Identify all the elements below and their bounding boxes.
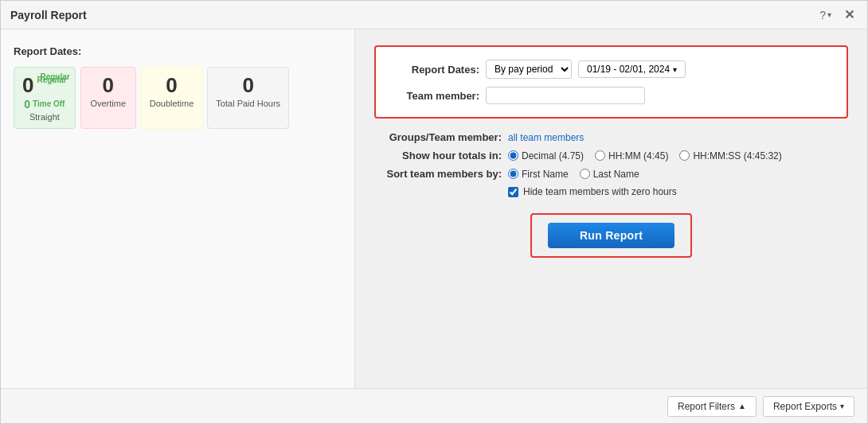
hide-zero-row: Hide team members with zero hours xyxy=(508,186,848,197)
run-report-box: Run Report xyxy=(530,213,692,258)
groups-label: Groups/Team member: xyxy=(374,131,502,143)
hhmm-label: HH:MM (4:45) xyxy=(608,150,668,161)
last-name-label: Last Name xyxy=(593,169,639,180)
hhmm-option[interactable]: HH:MM (4:45) xyxy=(595,150,668,161)
options-section: Groups/Team member: all team members Sho… xyxy=(374,131,848,210)
date-dropdown-icon: ▾ xyxy=(673,65,677,74)
report-exports-label: Report Exports xyxy=(773,401,837,412)
left-panel: Report Dates: Regular 0 Regular 0 Time O… xyxy=(1,29,355,388)
show-hours-row: Show hour totals in: Decimal (4.75) HH:M… xyxy=(374,150,848,161)
title-bar-controls: ? ▾ ✕ xyxy=(816,6,858,24)
date-range-value: 01/19 - 02/01, 2024 xyxy=(587,64,670,75)
stat-card-overtime: 0 Overtime xyxy=(80,67,136,129)
report-dates-heading: Report Dates: xyxy=(14,45,342,57)
decimal-radio[interactable] xyxy=(508,150,518,161)
regular-badge: Regular xyxy=(40,72,69,81)
hhmmss-label: HH:MM:SS (4:45:32) xyxy=(693,150,781,161)
hhmmss-radio[interactable] xyxy=(679,150,690,161)
total-paid-label: Total Paid Hours xyxy=(216,99,280,108)
overtime-label: Overtime xyxy=(90,99,126,108)
hhmmss-option[interactable]: HH:MM:SS (4:45:32) xyxy=(679,150,781,161)
help-button[interactable]: ? ▾ xyxy=(816,7,835,23)
total-paid-value: 0 xyxy=(242,74,253,97)
payroll-report-window: Payroll Report ? ▾ ✕ Report Dates: Regul… xyxy=(0,0,868,424)
stat-card-straight: Regular 0 Regular 0 Time Off Straight xyxy=(14,67,76,129)
pay-period-select[interactable]: By pay period xyxy=(486,60,572,79)
title-bar: Payroll Report ? ▾ ✕ xyxy=(1,1,867,29)
team-member-row: Team member: xyxy=(392,87,831,104)
show-hours-label: Show hour totals in: xyxy=(374,150,502,161)
report-filters-label: Report Filters xyxy=(678,401,735,412)
stat-card-total-paid: 0 Total Paid Hours xyxy=(207,67,289,129)
first-name-option[interactable]: First Name xyxy=(508,169,569,180)
first-name-radio[interactable] xyxy=(508,169,518,179)
last-name-option[interactable]: Last Name xyxy=(580,169,639,180)
right-panel: Report Dates: By pay period 01/19 - 02/0… xyxy=(355,29,867,388)
team-member-label: Team member: xyxy=(392,90,479,102)
timeoff-label: Time Off xyxy=(33,99,65,108)
hide-zero-label[interactable]: Hide team members with zero hours xyxy=(523,186,677,197)
doubletime-value: 0 xyxy=(166,74,177,97)
doubletime-label: Doubletime xyxy=(150,99,194,108)
help-dropdown-icon: ▾ xyxy=(827,10,831,19)
close-button[interactable]: ✕ xyxy=(841,6,858,24)
groups-team-member-row: Groups/Team member: all team members xyxy=(374,131,848,143)
report-filters-button[interactable]: Report Filters ▲ xyxy=(667,396,757,417)
filter-box: Report Dates: By pay period 01/19 - 02/0… xyxy=(374,45,848,119)
straight-value: 0 xyxy=(22,74,33,97)
report-dates-filter-label: Report Dates: xyxy=(392,64,479,76)
run-report-section: Run Report xyxy=(374,213,848,258)
team-member-input[interactable] xyxy=(486,87,645,104)
all-team-members-link[interactable]: all team members xyxy=(508,132,584,143)
report-exports-button[interactable]: Report Exports ▾ xyxy=(763,396,854,417)
show-hours-radio-group: Decimal (4.75) HH:MM (4:45) HH:MM:SS (4:… xyxy=(508,150,782,161)
stat-card-doubletime: 0 Doubletime xyxy=(141,67,203,129)
sort-radio-group: First Name Last Name xyxy=(508,169,639,180)
window-title: Payroll Report xyxy=(10,9,87,21)
first-name-label: First Name xyxy=(522,169,569,180)
hhmm-radio[interactable] xyxy=(595,150,605,161)
main-content: Report Dates: Regular 0 Regular 0 Time O… xyxy=(1,29,867,388)
decimal-option[interactable]: Decimal (4.75) xyxy=(508,150,584,161)
date-range-button[interactable]: 01/19 - 02/01, 2024 ▾ xyxy=(578,60,686,78)
hide-zero-checkbox[interactable] xyxy=(508,187,518,197)
decimal-label: Decimal (4.75) xyxy=(522,150,584,161)
sort-row: Sort team members by: First Name Last Na… xyxy=(374,168,848,180)
report-dates-row: Report Dates: By pay period 01/19 - 02/0… xyxy=(392,60,831,79)
help-icon: ? xyxy=(819,9,826,21)
sort-label: Sort team members by: xyxy=(374,168,502,180)
stats-grid: Regular 0 Regular 0 Time Off Straight xyxy=(14,67,342,129)
straight-label: Straight xyxy=(29,112,60,122)
filters-chevron-icon: ▲ xyxy=(738,402,746,410)
report-dates-controls: By pay period 01/19 - 02/01, 2024 ▾ xyxy=(486,60,686,79)
run-report-button[interactable]: Run Report xyxy=(548,223,674,248)
overtime-value: 0 xyxy=(102,74,113,97)
bottom-bar: Report Filters ▲ Report Exports ▾ xyxy=(1,388,867,423)
timeoff-value: 0 xyxy=(24,98,30,111)
exports-chevron-icon: ▾ xyxy=(840,402,844,410)
last-name-radio[interactable] xyxy=(580,169,590,179)
